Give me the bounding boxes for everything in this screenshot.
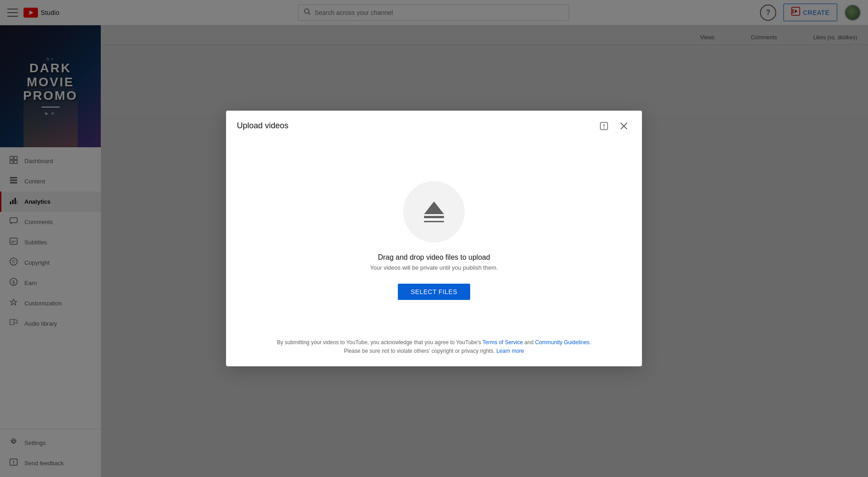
- upload-icon-circle: [403, 181, 465, 243]
- modal-close-button[interactable]: [617, 119, 631, 133]
- modal-footer: By submitting your videos to YouTube, yo…: [226, 331, 642, 366]
- modal-body: Drag and drop video files to upload Your…: [226, 141, 642, 331]
- footer-and: and: [523, 339, 535, 346]
- modal-header-icons: [597, 119, 631, 133]
- learn-more-link[interactable]: Learn more: [496, 348, 524, 354]
- modal-header: Upload videos: [226, 111, 642, 141]
- guidelines-link[interactable]: Community Guidelines: [535, 339, 590, 346]
- upload-modal: Upload videos: [226, 111, 642, 366]
- upload-arrow-icon: [424, 201, 444, 222]
- modal-alert-button[interactable]: [597, 119, 611, 133]
- footer-text-before: By submitting your videos to YouTube, yo…: [277, 339, 483, 346]
- svg-point-36: [604, 127, 604, 128]
- drag-drop-text: Drag and drop video files to upload: [378, 253, 490, 262]
- modal-title: Upload videos: [237, 121, 288, 131]
- privacy-text: Your videos will be private until you pu…: [370, 264, 498, 271]
- select-files-button[interactable]: SELECT FILES: [398, 284, 470, 300]
- footer-line2-before: Please be sure not to violate others' co…: [344, 348, 496, 354]
- footer-period: .: [590, 339, 591, 346]
- tos-link[interactable]: Terms of Service: [482, 339, 523, 346]
- modal-overlay: Upload videos: [0, 0, 868, 477]
